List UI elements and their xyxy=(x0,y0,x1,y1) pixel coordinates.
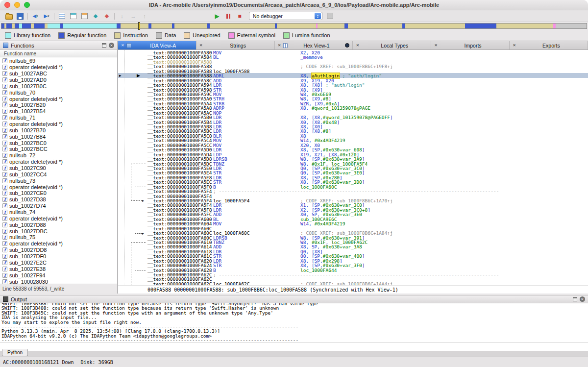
pause-process-icon[interactable] xyxy=(224,12,232,20)
function-list-item[interactable]: fsub_10027B20 xyxy=(0,102,117,108)
asm-line[interactable]: __text:00000001000FA604MOVW14, #0x4ADF42… xyxy=(118,221,588,225)
run-until-return-icon[interactable] xyxy=(141,12,148,20)
function-list-item[interactable]: foperator delete(void *) xyxy=(0,121,117,127)
asm-line[interactable]: __text:00000001000FA61CSTRQ0, [SP,#0x630… xyxy=(118,253,588,258)
asm-line[interactable]: __text:00000001000FA5A8ADRPX8, #qword_10… xyxy=(118,105,588,110)
close-panel-icon[interactable] xyxy=(109,43,114,48)
function-list-item[interactable]: fsub_10027DF0 xyxy=(0,253,117,260)
asm-line[interactable]: __text:00000001000FA5D0LDRX8, [SP,#0x630… xyxy=(118,147,588,151)
close-tab-icon[interactable]: ✕ xyxy=(199,44,203,48)
asm-line[interactable]: __text:00000001000FA614ADDX8, SP, #0x630… xyxy=(118,244,588,248)
function-list-item[interactable]: foperator delete(void *) xyxy=(0,96,117,102)
zoom-window-button[interactable] xyxy=(24,2,30,8)
function-list-item[interactable]: fnullsub_71 xyxy=(0,115,117,121)
functions-list[interactable]: fnullsub_69foperator delete(void *)fsub_… xyxy=(0,58,117,284)
tab-strings[interactable]: ✕Strings xyxy=(196,41,275,49)
function-list-item[interactable]: foperator delete(void *) xyxy=(0,159,117,165)
asm-line[interactable]: __text:00000001000FA5D8LDRSBW8, [SP,#0x6… xyxy=(118,156,588,161)
functions-window-icon[interactable] xyxy=(69,12,77,20)
close-window-button[interactable] xyxy=(4,2,10,8)
windows-list-icon[interactable] xyxy=(58,12,66,20)
function-list-item[interactable]: fnullsub_70 xyxy=(0,89,117,96)
minimize-window-button[interactable] xyxy=(14,2,20,8)
segments-window-icon[interactable] xyxy=(80,12,88,20)
function-list-item[interactable]: fsub_10027D74 xyxy=(0,203,117,209)
function-list-item[interactable]: fsub_10027B0C xyxy=(0,83,117,89)
asm-line[interactable]: __text:00000001000FA5D4LDPX19, X21, [X8,… xyxy=(118,152,588,156)
navigate-forward-icon[interactable] xyxy=(43,12,50,20)
asm-line[interactable]: __text:00000001000FA60Cloc_1000FA60C; CO… xyxy=(118,230,588,235)
debugger-select[interactable]: No debugger xyxy=(249,12,322,20)
step-into-icon[interactable] xyxy=(118,12,126,20)
close-output-icon[interactable] xyxy=(580,296,585,302)
function-list-item[interactable]: fnullsub_69 xyxy=(0,58,117,64)
asm-line[interactable]: __text:00000001000FA5F4loc_1000FA5F4; CO… xyxy=(118,198,588,202)
asm-line[interactable]: __text:00000001000FA5C4MOVW14, #0x4ADF42… xyxy=(118,138,588,142)
combo-arrows-icon[interactable] xyxy=(315,13,321,19)
function-list-item[interactable]: foperator delete(void *) xyxy=(0,64,117,71)
function-list-item[interactable]: fsub_10027BC0 xyxy=(0,140,117,146)
asm-line[interactable]: __text:00000001000FA5E4STRQ0, [SP,#0x630… xyxy=(118,170,588,174)
asm-line[interactable]: __text:00000001000FA60C xyxy=(118,226,588,230)
asm-line[interactable]: __text:00000001000FA5CCMOVX20, X0 xyxy=(118,143,588,147)
function-list-item[interactable]: fsub_10027CC4 xyxy=(0,171,117,177)
function-list-item[interactable]: fsub_10027C90 xyxy=(0,165,117,171)
tab-imports[interactable]: ✕Imports xyxy=(431,41,510,49)
tab-local-types[interactable]: ✕Local Types xyxy=(353,41,431,49)
function-list-item[interactable]: fsub_10027B84 xyxy=(0,133,117,140)
asm-line[interactable]: __text:00000001000FA60CLDRSBW8, [SP,#0x6… xyxy=(118,235,588,240)
asm-line[interactable]: __text:00000001000FA5BCLDRX8, [X8,#8] xyxy=(118,128,588,133)
asm-line[interactable]: __text:00000001000FA610TBNZW8, #0x1F, lo… xyxy=(118,240,588,244)
float-output-icon[interactable] xyxy=(573,297,577,301)
python-console-tab[interactable]: Python xyxy=(2,349,28,356)
function-list-item[interactable]: fnullsub_74 xyxy=(0,209,117,216)
tab-exports[interactable]: ✕Exports xyxy=(510,41,588,49)
asm-line[interactable]: __text:00000001000FA5FCADDX0, SP, #0x630… xyxy=(118,212,588,216)
python-cli-input[interactable] xyxy=(0,345,588,351)
functions-column-header[interactable]: Function name xyxy=(0,50,117,57)
asm-line[interactable]: __text:00000001000FA624STRX8, [SP,#0x630… xyxy=(118,263,588,267)
asm-line[interactable]: __text:00000001000FA5A0STRHW8, [X9,#8] xyxy=(118,96,588,100)
asm-line[interactable]: __text:00000001000FA580MOVX2, X20 xyxy=(118,50,588,54)
function-list-item[interactable]: fsub_10027E2C xyxy=(0,260,117,266)
asm-line[interactable]: __text:00000001000FA5B8LDRX8, [X0] xyxy=(118,124,588,128)
function-list-item[interactable]: fsub_10027DD8 xyxy=(0,247,117,253)
function-list-item[interactable]: fsub_10027BCC xyxy=(0,146,117,152)
asm-line[interactable]: __text:00000001000FA5C0BLRX8 xyxy=(118,133,588,138)
function-list-item[interactable]: fnullsub_75 xyxy=(0,234,117,241)
asm-line[interactable]: __text:00000001000FA5F4; ---------------… xyxy=(118,189,588,193)
start-process-icon[interactable] xyxy=(213,12,221,20)
disassembly-listing[interactable]: __text:00000001000FA580MOVX2, X20__text:… xyxy=(118,50,588,285)
function-list-item[interactable]: fsub_10027D38 xyxy=(0,196,117,203)
asm-line[interactable]: __text:00000001000FA5ECSTRX8, [SP,#0x630… xyxy=(118,179,588,184)
stop-process-icon[interactable] xyxy=(236,12,244,20)
asm-line[interactable]: __text:00000001000FA588; CODE XREF: sub_… xyxy=(118,64,588,68)
close-tab-icon[interactable]: ✕ xyxy=(356,44,359,48)
close-tab-icon[interactable]: ✕ xyxy=(278,44,281,48)
function-list-item[interactable]: foperator delete(void *) xyxy=(0,184,117,190)
save-file-icon[interactable] xyxy=(16,12,24,20)
tab-hex-view-1[interactable]: ✕Hex View-1 xyxy=(275,41,353,49)
navigation-band[interactable] xyxy=(1,23,587,29)
asm-line[interactable]: __text:00000001000FA5DCTBNZW8, #0x1F, lo… xyxy=(118,161,588,166)
open-file-icon[interactable] xyxy=(5,12,13,20)
function-list-item[interactable]: fsub_100028030 xyxy=(0,278,117,284)
close-tab-icon[interactable]: ✕ xyxy=(121,44,124,48)
debugger-options-icon[interactable] xyxy=(326,12,334,20)
function-list-item[interactable]: fsub_10027DBC xyxy=(0,228,117,234)
function-list-item[interactable]: fnullsub_72 xyxy=(0,152,117,159)
asm-line[interactable]: __text:00000001000FA588 xyxy=(118,59,588,64)
asm-line[interactable]: __text:00000001000FA5F4LDRX1, [SP,#0x630… xyxy=(118,202,588,207)
function-list-item[interactable]: fsub_10027D88 xyxy=(0,221,117,228)
function-list-item[interactable]: fsub_10027F94 xyxy=(0,272,117,278)
navigate-back-icon[interactable] xyxy=(31,12,39,20)
function-list-item[interactable]: fnullsub_73 xyxy=(0,177,117,184)
asm-line[interactable]: __text:00000001000FA584BL_memmove xyxy=(118,54,588,59)
function-list-item[interactable]: fsub_10027AD0 xyxy=(0,77,117,83)
asm-line[interactable]: __text:00000001000FA5E0LDRQ0, [SP,#0x630… xyxy=(118,166,588,170)
xrefs-icon[interactable] xyxy=(92,12,99,20)
function-list-item[interactable]: fsub_10027B70 xyxy=(0,127,117,133)
asm-line[interactable]: __text:00000001000FA62C; ---------------… xyxy=(118,272,588,276)
function-list-item[interactable]: foperator delete(void *) xyxy=(0,241,117,247)
close-tab-icon[interactable]: ✕ xyxy=(513,44,516,48)
